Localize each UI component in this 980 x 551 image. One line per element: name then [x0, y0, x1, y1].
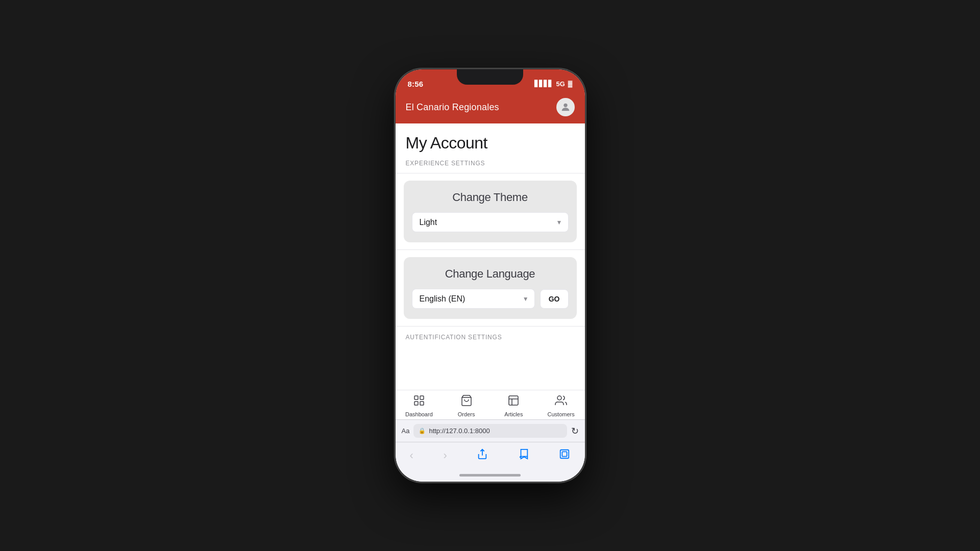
go-button[interactable]: GO	[540, 289, 569, 309]
svg-point-9	[557, 396, 561, 400]
phone-frame: 8:56 ▋▋▋▋ 5G ▓ El Canario Regionales	[395, 68, 586, 483]
svg-rect-12	[562, 452, 567, 456]
change-theme-title: Change Theme	[412, 191, 569, 204]
share-button[interactable]	[473, 446, 492, 465]
svg-point-0	[564, 104, 567, 107]
bookmarks-button[interactable]	[514, 446, 533, 465]
phone-shell: 8:56 ▋▋▋▋ 5G ▓ El Canario Regionales	[395, 68, 586, 483]
svg-rect-11	[560, 450, 569, 459]
svg-rect-3	[414, 402, 418, 405]
theme-dropdown-wrapper: Light Dark ▼	[412, 212, 569, 232]
app-title: El Canario Regionales	[406, 102, 499, 113]
language-row: English (EN) Español (ES) Français (FR) …	[412, 289, 569, 309]
lock-icon: 🔒	[419, 428, 426, 434]
bottom-nav: Dashboard Orders	[396, 390, 585, 419]
theme-select[interactable]: Light Dark	[412, 212, 569, 232]
orders-icon	[460, 394, 473, 410]
back-button[interactable]: ‹	[406, 447, 418, 464]
phone-screen: 8:56 ▋▋▋▋ 5G ▓ El Canario Regionales	[396, 69, 585, 482]
home-bar	[459, 474, 521, 477]
reload-icon[interactable]: ↻	[571, 425, 579, 437]
home-indicator	[396, 471, 585, 482]
browser-url-bar[interactable]: 🔒 http://127.0.0.1:8000	[413, 424, 567, 438]
articles-label: Articles	[504, 411, 523, 417]
svg-rect-4	[420, 402, 424, 405]
status-time: 8:56	[408, 80, 424, 88]
browser-aa[interactable]: Aa	[402, 427, 410, 435]
experience-settings-label: EXPERIENCE SETTINGS	[396, 157, 585, 173]
main-content: My Account EXPERIENCE SETTINGS Change Th…	[396, 123, 585, 390]
url-text: http://127.0.0.1:8000	[429, 427, 489, 435]
tabs-button[interactable]	[555, 446, 574, 465]
change-language-card: Change Language English (EN) Español (ES…	[404, 257, 577, 319]
nav-item-articles[interactable]: Articles	[490, 394, 537, 417]
language-select-wrapper: English (EN) Español (ES) Français (FR) …	[412, 289, 535, 309]
phone-notch	[457, 69, 523, 85]
svg-rect-6	[509, 396, 518, 405]
dashboard-label: Dashboard	[405, 411, 433, 417]
app-header: El Canario Regionales	[396, 92, 585, 123]
dashboard-icon	[413, 394, 425, 410]
customers-label: Customers	[548, 411, 575, 417]
browser-bar: Aa 🔒 http://127.0.0.1:8000 ↻	[396, 419, 585, 442]
safari-toolbar: ‹ ›	[396, 442, 585, 471]
nav-item-dashboard[interactable]: Dashboard	[396, 394, 443, 417]
change-theme-card: Change Theme Light Dark ▼	[404, 181, 577, 242]
nav-item-customers[interactable]: Customers	[537, 394, 585, 417]
forward-button[interactable]: ›	[439, 447, 451, 464]
svg-rect-1	[414, 396, 418, 399]
orders-label: Orders	[458, 411, 475, 417]
network-label: 5G	[556, 80, 565, 88]
divider-2	[396, 249, 585, 250]
page-title: My Account	[396, 123, 585, 157]
status-icons: ▋▋▋▋ 5G ▓	[534, 80, 572, 88]
divider-1	[396, 173, 585, 173]
customers-icon	[555, 394, 567, 410]
auth-settings-label: AUTENTIFICATION SETTINGS	[396, 327, 585, 344]
language-select[interactable]: English (EN) Español (ES) Français (FR)	[412, 289, 535, 309]
change-language-title: Change Language	[412, 267, 569, 281]
signal-icon: ▋▋▋▋	[534, 80, 553, 87]
articles-icon	[507, 394, 520, 410]
user-avatar[interactable]	[556, 98, 575, 116]
nav-item-orders[interactable]: Orders	[443, 394, 490, 417]
battery-icon: ▓	[568, 80, 573, 87]
svg-rect-2	[420, 396, 424, 399]
